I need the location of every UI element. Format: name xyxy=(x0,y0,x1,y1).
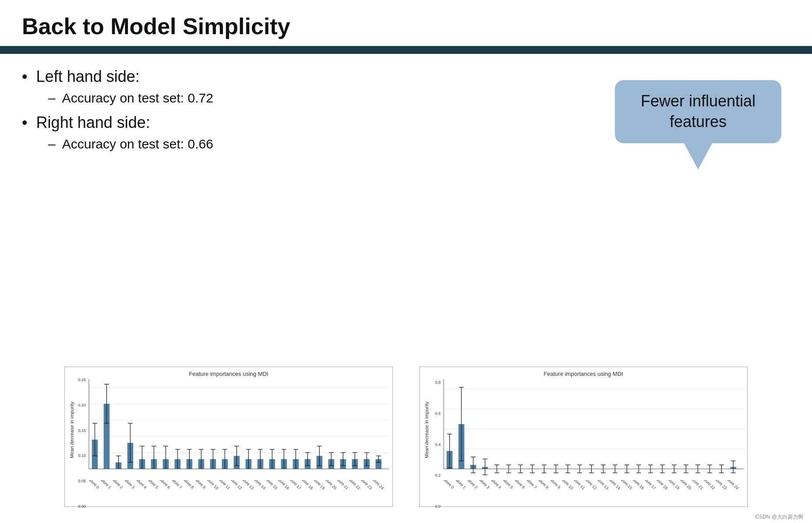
chart-left-svg xyxy=(89,379,389,469)
bullet-text-1: Left hand side: xyxy=(36,67,140,86)
speech-bubble-text: Fewer influential features xyxy=(641,92,756,131)
chart-left: Feature importances using MDI Mean decre… xyxy=(64,367,393,507)
chart-right-title: Feature importances using MDI xyxy=(420,371,747,377)
right-content: Fewer influential features xyxy=(606,67,790,358)
charts-area: Feature importances using MDI Mean decre… xyxy=(0,358,812,511)
speech-bubble: Fewer influential features xyxy=(615,80,781,143)
title-bar: Back to Model Simplicity xyxy=(0,0,812,46)
chart-right-yticks: 0.00.20.40.60.8 xyxy=(420,367,442,506)
divider xyxy=(0,46,812,54)
bullet-dot-2: • xyxy=(22,113,28,132)
sub-text-2: Accuracy on test set: 0.66 xyxy=(62,135,213,152)
bullet-1: • Left hand side: xyxy=(22,67,606,86)
sub-dash-2: – xyxy=(48,135,56,152)
left-content: • Left hand side: – Accuracy on test set… xyxy=(22,67,606,358)
sub-dash-1: – xyxy=(48,89,56,106)
sub-bullet-2: – Accuracy on test set: 0.66 xyxy=(48,135,606,152)
page-title: Back to Model Simplicity xyxy=(22,13,790,39)
chart-left-title: Feature importances using MDI xyxy=(65,371,392,377)
chart-left-yticks: 0.000.050.100.150.200.25 xyxy=(65,367,88,506)
chart-right-svg xyxy=(444,379,744,469)
content-area: • Left hand side: – Accuracy on test set… xyxy=(0,67,812,358)
bullet-dot-1: • xyxy=(22,67,28,86)
sub-bullet-1: – Accuracy on test set: 0.72 xyxy=(48,89,606,106)
sub-text-1: Accuracy on test set: 0.72 xyxy=(62,89,213,106)
bullet-2: • Right hand side: xyxy=(22,113,606,132)
bullet-text-2: Right hand side: xyxy=(36,113,150,132)
chart-right: Feature importances using MDI Mean decre… xyxy=(419,367,748,507)
chart-right-xlabels: feature 0feature 1feature 2feature 3feat… xyxy=(444,480,744,505)
page: Back to Model Simplicity • Left hand sid… xyxy=(0,0,812,523)
watermark: CSDN @大白菱力啊 xyxy=(0,511,812,523)
chart-left-xlabels: feature 0feature 1feature 2feature 3feat… xyxy=(89,480,389,505)
